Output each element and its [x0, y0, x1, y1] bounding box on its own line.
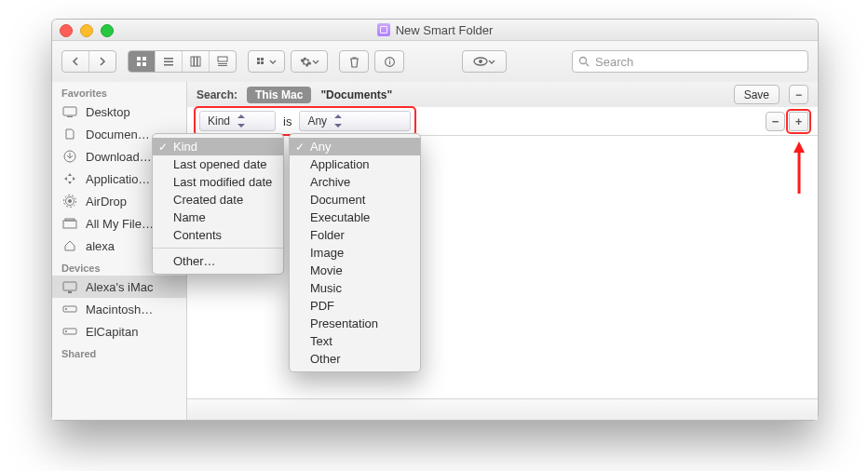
sidebar-item-alexas-imac[interactable]: Alexa's iMac — [52, 276, 186, 298]
column-view-button[interactable] — [182, 51, 209, 72]
info-button[interactable] — [374, 50, 404, 73]
remove-search-button[interactable]: − — [789, 85, 808, 104]
minimize-window-button[interactable] — [80, 24, 93, 37]
folder-icon — [61, 128, 78, 141]
menu-item-music[interactable]: Music — [290, 279, 420, 297]
menu-item-image[interactable]: Image — [290, 244, 420, 262]
menu-item-folder[interactable]: Folder — [290, 226, 420, 244]
menu-item-other[interactable]: Other… — [153, 252, 283, 270]
svg-point-22 — [580, 58, 587, 64]
svg-rect-1 — [142, 57, 146, 61]
svg-rect-2 — [137, 62, 141, 66]
quicklook-button[interactable] — [462, 50, 507, 73]
value-dropdown-menu[interactable]: Any Application Archive Document Executa… — [289, 133, 421, 372]
remove-criteria-button[interactable]: − — [766, 112, 785, 131]
svg-rect-19 — [388, 59, 389, 60]
menu-item-kind[interactable]: Kind — [153, 138, 283, 155]
desktop-icon — [61, 105, 78, 118]
menu-item-any[interactable]: Any — [290, 138, 420, 155]
menu-item-contents[interactable]: Contents — [153, 226, 283, 244]
chevron-updown-icon — [236, 114, 247, 128]
sidebar-item-desktop[interactable]: Desktop — [52, 101, 186, 123]
search-placeholder: Search — [595, 55, 633, 69]
nav-back-forward — [61, 50, 116, 73]
criteria-row: Kind is Any − + — [187, 107, 818, 136]
toolbar: Search — [52, 41, 818, 83]
close-window-button[interactable] — [60, 24, 73, 37]
menu-item-last-modified[interactable]: Last modified date — [153, 173, 283, 191]
svg-rect-6 — [164, 64, 173, 66]
menu-separator — [153, 248, 283, 249]
chevron-updown-icon — [332, 114, 344, 128]
menu-item-last-opened[interactable]: Last opened date — [153, 155, 283, 173]
menu-item-movie[interactable]: Movie — [290, 262, 420, 279]
view-switcher — [128, 50, 237, 73]
svg-rect-25 — [67, 116, 73, 117]
svg-rect-13 — [257, 58, 260, 61]
svg-rect-0 — [137, 57, 141, 61]
svg-rect-7 — [191, 57, 194, 66]
criteria-value-popup[interactable]: Any — [299, 111, 411, 131]
arrange-button[interactable] — [248, 50, 285, 73]
scope-documents[interactable]: "Documents" — [320, 88, 392, 101]
search-scope-bar: Search: This Mac "Documents" Save − — [187, 82, 818, 108]
back-button[interactable] — [62, 51, 88, 72]
download-icon — [61, 150, 78, 163]
window-title-text: New Smart Folder — [396, 23, 494, 37]
svg-point-21 — [479, 60, 482, 63]
home-icon — [61, 239, 78, 252]
svg-point-35 — [65, 308, 67, 310]
sidebar-section-favorites: Favorites — [52, 82, 186, 101]
sidebar-section-shared: Shared — [52, 343, 186, 361]
scope-this-mac[interactable]: This Mac — [247, 87, 311, 103]
criteria-attribute-popup[interactable]: Kind — [199, 111, 276, 131]
svg-rect-15 — [257, 61, 260, 64]
toolbar-search[interactable]: Search — [572, 50, 808, 73]
search-icon — [578, 56, 590, 67]
menu-item-other-kind[interactable]: Other — [290, 350, 420, 368]
svg-rect-32 — [63, 282, 76, 290]
imac-icon — [61, 280, 78, 293]
coverflow-view-button[interactable] — [209, 51, 236, 72]
menu-item-created-date[interactable]: Created date — [153, 191, 283, 209]
criteria-operator: is — [283, 114, 292, 128]
svg-point-27 — [68, 199, 72, 203]
path-bar — [187, 398, 818, 420]
svg-rect-11 — [218, 63, 227, 64]
sidebar-item-elcapitan[interactable]: ElCapitan — [52, 320, 186, 343]
add-criteria-button[interactable]: + — [789, 112, 808, 131]
icon-view-button[interactable] — [129, 51, 155, 72]
svg-rect-14 — [261, 58, 264, 61]
sidebar-item-macintosh-hd[interactable]: Macintosh… — [52, 298, 186, 320]
svg-rect-9 — [197, 57, 200, 66]
menu-item-name[interactable]: Name — [153, 209, 283, 226]
menu-item-archive[interactable]: Archive — [290, 173, 420, 191]
window-title: New Smart Folder — [377, 23, 494, 37]
disk-icon — [61, 325, 78, 338]
svg-point-37 — [65, 330, 67, 332]
svg-rect-18 — [388, 61, 389, 64]
airdrop-icon — [61, 195, 78, 208]
svg-rect-3 — [142, 62, 146, 66]
action-button[interactable] — [291, 50, 328, 73]
svg-rect-33 — [68, 291, 72, 293]
menu-item-executable[interactable]: Executable — [290, 209, 420, 226]
list-view-button[interactable] — [155, 51, 182, 72]
svg-rect-10 — [218, 57, 227, 61]
svg-rect-12 — [218, 65, 227, 66]
forward-button[interactable] — [88, 51, 115, 72]
menu-item-presentation[interactable]: Presentation — [290, 315, 420, 332]
disk-icon — [61, 303, 78, 316]
save-search-button[interactable]: Save — [734, 85, 780, 104]
menu-item-application[interactable]: Application — [290, 155, 420, 173]
svg-rect-30 — [63, 221, 76, 228]
svg-rect-24 — [63, 107, 76, 115]
menu-item-text[interactable]: Text — [290, 332, 420, 350]
zoom-window-button[interactable] — [101, 24, 114, 37]
trash-button[interactable] — [339, 50, 369, 73]
menu-item-pdf[interactable]: PDF — [290, 297, 420, 315]
smart-folder-icon — [377, 23, 390, 36]
attribute-dropdown-menu[interactable]: Kind Last opened date Last modified date… — [152, 133, 284, 275]
apps-icon — [61, 172, 78, 185]
menu-item-document[interactable]: Document — [290, 191, 420, 209]
